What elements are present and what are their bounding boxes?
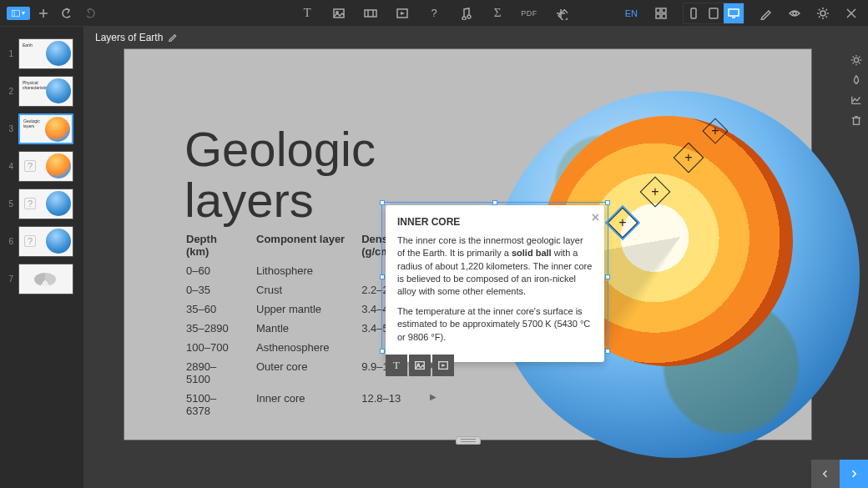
svg-point-23 (820, 11, 825, 16)
grid-icon[interactable] (651, 3, 671, 23)
device-tablet-icon[interactable] (704, 3, 724, 23)
svg-rect-19 (709, 8, 718, 18)
svg-point-26 (854, 58, 858, 62)
svg-rect-16 (656, 14, 660, 18)
slide-heading: Geologic layers (184, 124, 376, 226)
popup-title: INNER CORE (397, 215, 593, 229)
svg-point-22 (793, 12, 796, 15)
thumbnail-1[interactable]: Earth (18, 38, 73, 69)
popup-insert-video-icon[interactable] (432, 355, 454, 376)
insert-audio-icon[interactable] (456, 3, 476, 23)
popup-paragraph: The temperature at the inner core's surf… (397, 305, 593, 344)
thumb-number: 5 (7, 199, 13, 209)
popup-insert-image-icon[interactable] (409, 355, 431, 376)
add-slide-button[interactable] (33, 3, 53, 23)
language-toggle[interactable]: EN (625, 8, 638, 18)
insert-text-icon[interactable]: T (297, 3, 317, 23)
thumb-number: 2 (7, 87, 13, 96)
device-phone-icon[interactable] (684, 3, 704, 23)
properties-gear-icon[interactable] (848, 52, 865, 68)
thumbnail-5[interactable]: ? (18, 189, 73, 219)
bottom-nav (811, 460, 868, 488)
rename-slide-icon[interactable] (168, 32, 178, 44)
edit-pencil-icon[interactable] (756, 3, 776, 23)
topbar-right: EN (620, 3, 861, 24)
insert-video-icon[interactable] (392, 3, 412, 23)
thumb-number: 4 (7, 162, 13, 171)
device-preview-group (683, 3, 744, 24)
close-icon[interactable] (841, 3, 861, 23)
svg-marker-33 (442, 364, 445, 367)
popup-close-icon[interactable]: × (592, 209, 599, 227)
svg-rect-6 (365, 10, 376, 17)
svg-rect-11 (558, 9, 568, 19)
next-slide-button[interactable] (840, 460, 868, 488)
svg-rect-20 (729, 9, 739, 16)
hotspot-popup[interactable]: × INNER CORE The inner core is the inner… (386, 205, 604, 362)
slide-canvas[interactable]: Geologic layers Depth (km) Component lay… (124, 48, 812, 440)
insert-image-icon[interactable] (329, 3, 349, 23)
popup-insert-text-icon[interactable]: T (386, 355, 407, 376)
insert-formula-icon[interactable]: Σ (487, 3, 507, 23)
thumb-number: 6 (7, 237, 13, 246)
svg-rect-0 (13, 10, 20, 17)
insert-question-icon[interactable]: ? (424, 3, 444, 23)
svg-marker-10 (401, 12, 405, 15)
delete-trash-icon[interactable] (848, 112, 865, 128)
thumbnails-panel: 1 Earth 2 Physical characteristics 3 Geo… (0, 27, 83, 488)
undo-button[interactable] (57, 3, 77, 23)
thumb-number: 3 (7, 124, 13, 133)
slide-title-bar: Layers of Earth (83, 27, 868, 48)
insert-gallery-icon[interactable] (361, 3, 381, 23)
thumbnail-3[interactable]: Geologic layers (18, 113, 73, 144)
col-depth: Depth (km) (186, 230, 255, 260)
thumbnail-2[interactable]: Physical characteristics (18, 76, 73, 107)
svg-rect-17 (662, 14, 666, 18)
insert-shape-icon[interactable] (551, 3, 571, 23)
style-drop-icon[interactable] (848, 72, 865, 88)
redo-button[interactable] (80, 3, 100, 23)
table-row: 5100–6378Inner core12.8–13▶ (186, 390, 452, 420)
thumbnail-4[interactable]: ? (18, 151, 73, 182)
canvas-resize-handle[interactable] (456, 436, 481, 445)
main-stage: Layers of Earth Geologic layers Depth (k… (83, 27, 868, 488)
chart-icon[interactable] (848, 92, 865, 108)
svg-rect-27 (854, 118, 860, 124)
settings-gear-icon[interactable] (813, 3, 833, 23)
svg-rect-15 (662, 8, 666, 13)
svg-rect-14 (656, 8, 660, 13)
insert-pdf-icon[interactable]: PDF (519, 3, 539, 23)
popup-paragraph: The inner core is the innermost geologic… (397, 234, 593, 299)
col-layer: Component layer (256, 230, 360, 260)
svg-rect-18 (691, 8, 696, 18)
thumb-number: 1 (7, 49, 13, 58)
right-tools (845, 48, 868, 128)
thumbnail-7[interactable] (18, 264, 73, 294)
prev-slide-button[interactable] (811, 460, 840, 488)
popup-toolbar: T (386, 355, 454, 376)
layout-dropdown[interactable]: ▾ (7, 7, 30, 20)
thumbnail-6[interactable]: ? (18, 226, 73, 257)
thumb-number: 7 (7, 274, 13, 284)
topbar: ▾ T ? Σ PDF EN (0, 0, 868, 27)
preview-eye-icon[interactable] (785, 3, 805, 23)
insert-tools: T ? Σ PDF (297, 3, 571, 23)
device-desktop-icon[interactable] (724, 3, 744, 23)
slide-title: Layers of Earth (95, 32, 163, 43)
